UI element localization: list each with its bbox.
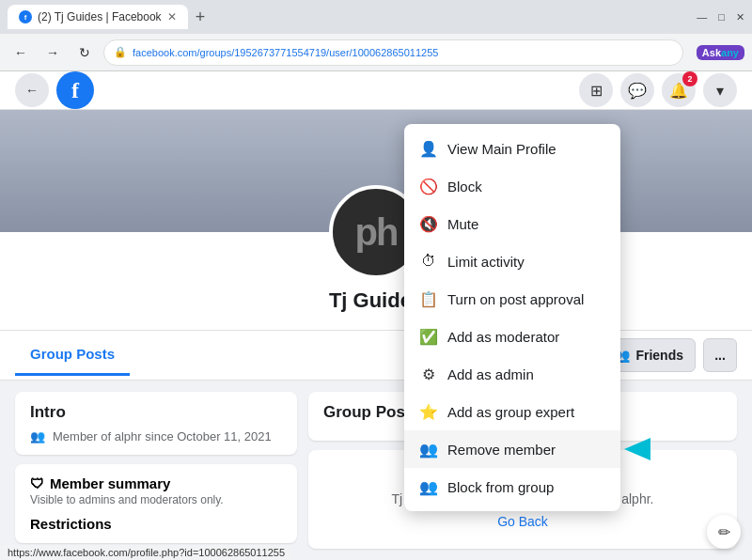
add-expert-label: Add as group expert — [447, 404, 574, 420]
intro-title: Intro — [30, 403, 282, 422]
view-profile-icon: 👤 — [419, 139, 438, 158]
account-menu-button[interactable]: ▾ — [703, 73, 737, 107]
refresh-button[interactable]: ↻ — [71, 39, 98, 66]
status-bar: https://www.facebook.com/profile.php?id=… — [0, 545, 292, 560]
restrictions-title: Restrictions — [30, 516, 282, 532]
member-summary-subtitle: Visible to admins and moderators only. — [30, 493, 282, 506]
post-approval-label: Turn on post approval — [447, 291, 584, 307]
member-summary-card: 🛡 Member summary Visible to admins and m… — [15, 464, 297, 543]
more-button[interactable]: ... — [703, 338, 737, 372]
grid-menu-button[interactable]: ⊞ — [579, 73, 613, 107]
browser-tab[interactable]: f (2) Tj Guides | Facebook ✕ — [8, 5, 188, 29]
notification-button[interactable]: 🔔 2 — [662, 73, 696, 107]
askany-logo: Askany — [697, 45, 744, 60]
member-icon: 👥 — [30, 429, 45, 443]
remove-member-label: Remove member — [447, 442, 556, 458]
menu-item-add-admin[interactable]: ⚙ Add as admin — [404, 355, 620, 393]
menu-item-post-approval[interactable]: 📋 Turn on post approval — [404, 280, 620, 318]
go-back-link[interactable]: Go Back — [497, 514, 548, 529]
block-from-group-label: Block from group — [447, 479, 554, 495]
edit-button[interactable]: ✏ — [707, 515, 741, 549]
menu-item-mute[interactable]: 🔇 Mute — [404, 205, 620, 242]
member-summary-title: 🛡 Member summary — [30, 475, 282, 491]
fb-nav-right: ⊞ 💬 🔔 2 ▾ — [579, 73, 737, 107]
menu-item-add-expert[interactable]: ⭐ Add as group expert — [404, 393, 620, 430]
fb-back-button[interactable]: ← — [15, 73, 49, 107]
browser-titlebar: f (2) Tj Guides | Facebook ✕ + — □ ✕ — [0, 0, 752, 34]
menu-item-block-from-group[interactable]: 👥 Block from group — [404, 468, 620, 506]
menu-item-limit-activity[interactable]: ⏱ Limit activity — [404, 242, 620, 280]
notification-badge: 2 — [682, 71, 697, 86]
menu-item-remove-member[interactable]: 👥 Remove member — [404, 430, 620, 468]
fb-nav-left: ← f — [15, 71, 94, 109]
toolbar-right: Askany — [697, 45, 744, 60]
moderator-icon: ✅ — [419, 327, 438, 346]
browser-toolbar: ← → ↻ 🔒 facebook.com/groups/195267377155… — [0, 34, 752, 71]
member-text: Member of alphr since October 11, 2021 — [53, 429, 272, 443]
profile-initials: ph — [355, 211, 398, 254]
intro-card: Intro 👥 Member of alphr since October 11… — [15, 392, 297, 455]
minimize-button[interactable]: — — [697, 11, 707, 23]
mute-icon: 🔇 — [419, 214, 438, 233]
messenger-button[interactable]: 💬 — [620, 73, 654, 107]
askany-text: Askany — [702, 47, 739, 58]
fb-header: ← f ⊞ 💬 🔔 2 ▾ — [0, 71, 752, 110]
fb-logo[interactable]: f — [56, 71, 94, 109]
close-button[interactable]: ✕ — [736, 11, 744, 23]
admin-icon: ⚙ — [419, 365, 438, 383]
lock-icon: 🔒 — [114, 46, 127, 58]
menu-item-view-profile[interactable]: 👤 View Main Profile — [404, 130, 620, 167]
maximize-button[interactable]: □ — [718, 11, 725, 23]
shield-icon: 🛡 — [30, 475, 44, 491]
cover-photo: ph — [0, 110, 752, 232]
block-from-group-icon: 👥 — [419, 477, 438, 496]
block-label: Block — [447, 179, 482, 194]
add-moderator-label: Add as moderator — [447, 329, 559, 345]
menu-item-add-moderator[interactable]: ✅ Add as moderator — [404, 318, 620, 355]
remove-member-icon: 👥 — [419, 440, 438, 459]
limit-icon: ⏱ — [419, 252, 438, 271]
tab-close-button[interactable]: ✕ — [167, 10, 177, 23]
arrow-indicator — [624, 438, 650, 460]
menu-item-block[interactable]: 🚫 Block — [404, 167, 620, 205]
titlebar-controls: — □ ✕ — [697, 11, 744, 23]
expert-icon: ⭐ — [419, 402, 438, 421]
content-area: Intro 👥 Member of alphr since October 11… — [0, 381, 752, 560]
limit-activity-label: Limit activity — [447, 254, 525, 270]
new-tab-button[interactable]: + — [196, 8, 206, 27]
tab-title: (2) Tj Guides | Facebook — [38, 10, 162, 23]
tab-items: Group Posts — [15, 334, 130, 376]
tab-bar: Group Posts 💬 Message 👥 Friends ... — [0, 331, 752, 381]
cyan-arrow — [624, 438, 650, 460]
url-text: facebook.com/groups/19526737715547​19/us… — [133, 47, 438, 58]
view-profile-label: View Main Profile — [447, 141, 556, 157]
post-approval-icon: 📋 — [419, 289, 438, 308]
group-posts-tab[interactable]: Group Posts — [15, 334, 130, 376]
back-button[interactable]: ← — [8, 39, 34, 66]
forward-button[interactable]: → — [39, 39, 66, 66]
context-menu: 👤 View Main Profile 🚫 Block 🔇 Mute ⏱ Lim… — [404, 124, 620, 511]
add-admin-label: Add as admin — [447, 366, 534, 382]
fb-logo-letter: f — [71, 78, 79, 103]
facebook-page: ← f ⊞ 💬 🔔 2 ▾ ph Tj Guides — [0, 71, 752, 560]
browser-frame: f (2) Tj Guides | Facebook ✕ + — □ ✕ ← →… — [0, 0, 752, 560]
tab-favicon: f — [19, 10, 32, 23]
block-icon: 🚫 — [419, 177, 438, 195]
address-bar[interactable]: 🔒 facebook.com/groups/19526737715547​19/… — [103, 39, 683, 66]
left-column: Intro 👥 Member of alphr since October 11… — [15, 392, 297, 549]
status-url: https://www.facebook.com/profile.php?id=… — [8, 547, 285, 558]
mute-label: Mute — [447, 216, 478, 232]
member-info: 👥 Member of alphr since October 11, 2021 — [30, 429, 282, 443]
